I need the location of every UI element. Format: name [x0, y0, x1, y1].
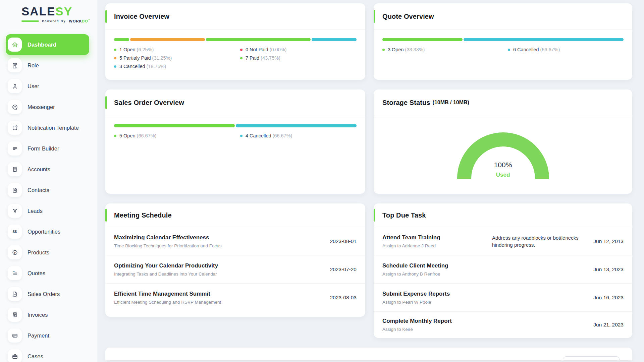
task-date: Jun 12, 2013: [593, 238, 624, 244]
user-icon: [8, 79, 22, 93]
task-row[interactable]: Schedule Client Meeting Assign to Anthon…: [374, 255, 632, 284]
quote-legend: 3 Open(33.33%) 6 Cancelled(66.67%): [382, 47, 624, 55]
legend-item: 5 Open(66.67%): [114, 133, 240, 138]
sidebar-item-label: Leads: [28, 208, 43, 214]
meeting-row[interactable]: Efficient Time Management Summit Efficie…: [105, 284, 365, 312]
task-row[interactable]: Attend Team Training Assign to Adrienne …: [374, 227, 632, 255]
sidebar-item-leads[interactable]: Leads: [6, 200, 89, 221]
receipt-icon: [8, 308, 22, 322]
sidebar-item-accounts[interactable]: Accounts: [6, 159, 89, 180]
sidebar-item-payment[interactable]: Payment: [6, 325, 89, 346]
quote-overview-card: Quote Overview 3 Open(33.33%) 6 Cancelle…: [374, 3, 632, 80]
task-assignee: Assign to Anthony B Renfroe: [382, 272, 492, 277]
building-icon: [8, 162, 22, 176]
task-assignee: Assign to Keire: [382, 327, 492, 332]
task-date: Jun 21, 2023: [593, 322, 624, 328]
meeting-subtitle: Efficient Meeting Scheduling and RSVP Ma…: [114, 300, 330, 305]
sidebar-item-sales-orders[interactable]: Sales Orders: [6, 284, 89, 304]
task-description: Address any roadblocks or bottlenecks hi…: [492, 234, 593, 248]
sidebar-item-label: Form Builder: [28, 145, 59, 152]
sidebar-item-notification-template[interactable]: Notification Template: [6, 117, 89, 138]
task-row[interactable]: Submit Expense Reports Assign to Pearl W…: [374, 284, 632, 312]
sidebar-item-label: User: [28, 83, 39, 89]
main-content: Invoice Overview 1 Open(6.25%) 5 Partial…: [97, 0, 644, 362]
sales-order-progress-bar: [114, 124, 357, 127]
header-accent-bar: [374, 10, 375, 23]
legend-item: 3 Cancelled(18.75%): [114, 64, 240, 69]
tagline-underline: [21, 20, 39, 22]
invoice-legend: 1 Open(6.25%) 5 Partialy Paid(31.25%) 3 …: [114, 47, 357, 72]
sidebar-item-cases[interactable]: Cases: [6, 346, 89, 362]
sidebar-item-form-builder[interactable]: Form Builder: [6, 138, 89, 159]
sidebar-item-messenger[interactable]: Messenger: [6, 97, 89, 117]
invoice-overview-header: Invoice Overview: [105, 3, 365, 30]
briefcase-icon: [8, 349, 22, 362]
legend-item: 4 Cancelled(66.67%): [240, 133, 357, 138]
storage-status-card: Storage Status (10MB / 10MB) 100% Used: [374, 89, 632, 194]
invoice-overview-card: Invoice Overview 1 Open(6.25%) 5 Partial…: [105, 3, 365, 80]
legend-item: 0 Not Paid(0.00%): [240, 47, 357, 52]
scroll-icon: [8, 58, 22, 72]
workdo-wordmark: WORKDO: [69, 19, 90, 23]
meeting-row[interactable]: Maximizing Calendar Effectiveness Time B…: [105, 227, 365, 255]
sidebar-item-label: Accounts: [28, 166, 50, 173]
brand-logo: SALESY Powered By WORKDO: [0, 0, 97, 31]
storage-status-header: Storage Status (10MB / 10MB): [374, 89, 632, 116]
product-circle-icon: P: [8, 245, 22, 259]
sidebar-item-role[interactable]: Role: [6, 55, 89, 76]
powered-by-label: Powered By: [42, 19, 66, 23]
task-assignee: Assign to Pearl W Poole: [382, 300, 492, 305]
card-title: Top Due Task: [382, 212, 426, 219]
task-title: Attend Team Training: [382, 234, 492, 241]
storage-percent: 100%: [457, 161, 549, 169]
bar-segment-cancelled: [464, 38, 624, 41]
quotes-icon: “: [8, 266, 22, 280]
sidebar-item-products[interactable]: P Products: [6, 242, 89, 263]
sidebar-item-label: Role: [28, 62, 39, 69]
document-icon: [8, 287, 22, 301]
opportunities-icon: S$: [8, 225, 22, 239]
bottom-card-button[interactable]: [563, 356, 620, 360]
card-title: Meeting Schedule: [114, 212, 172, 219]
card-title: Invoice Overview: [114, 13, 169, 20]
storage-gauge: 100% Used: [457, 132, 549, 179]
sidebar-item-label: Products: [28, 249, 49, 256]
sales-order-overview-header: Sales Order Overview: [105, 89, 365, 116]
sidebar-item-contacts[interactable]: Contacts: [6, 180, 89, 200]
sidebar-item-user[interactable]: User: [6, 76, 89, 97]
svg-text:S$: S$: [12, 230, 17, 234]
legend-dot: [240, 49, 243, 51]
bar-segment-cancelled: [236, 124, 357, 127]
header-accent-bar: [105, 96, 107, 109]
sidebar-item-dashboard[interactable]: Dashboard: [6, 34, 89, 55]
meeting-date: 2023-08-03: [330, 295, 357, 301]
brand-logo-text: SALESY: [21, 5, 97, 17]
sidebar-item-quotes[interactable]: “ Quotes: [6, 263, 89, 284]
task-row[interactable]: Complete Monthly Report Assign to Keire …: [374, 312, 632, 338]
legend-dot: [382, 49, 385, 51]
sidebar-item-label: Notification Template: [28, 125, 79, 131]
meeting-title: Maximizing Calendar Effectiveness: [114, 234, 330, 241]
notification-template-icon: [8, 121, 22, 135]
legend-dot: [508, 49, 510, 51]
card-title: Sales Order Overview: [114, 99, 184, 107]
sidebar-item-opportunities[interactable]: S$ Opportunities: [6, 221, 89, 242]
sidebar-item-invoices[interactable]: Invoices: [6, 304, 89, 325]
card-title: Storage Status: [382, 99, 430, 107]
form-builder-icon: [8, 141, 22, 156]
meeting-title: Optimizing Your Calendar Productivity: [114, 262, 330, 269]
invoice-progress-bar: [114, 38, 357, 41]
legend-dot: [114, 65, 116, 68]
task-assignee: Assign to Adrienne J Reed: [382, 243, 492, 248]
sidebar-item-label: Sales Orders: [28, 291, 60, 297]
meeting-row[interactable]: Optimizing Your Calendar Productivity In…: [105, 255, 365, 284]
legend-item: 1 Open(6.25%): [114, 47, 240, 52]
legend-dot: [114, 49, 116, 51]
card-title: Quote Overview: [382, 13, 434, 20]
credit-card-icon: [8, 328, 22, 343]
task-title: Schedule Client Meeting: [382, 262, 492, 269]
svg-text:P: P: [14, 251, 16, 254]
task-date: Jun 13, 2023: [593, 266, 624, 273]
top-due-task-card: Top Due Task Attend Team Training Assign…: [374, 203, 632, 338]
sidebar-nav: Dashboard Role User Messenger: [0, 34, 97, 362]
